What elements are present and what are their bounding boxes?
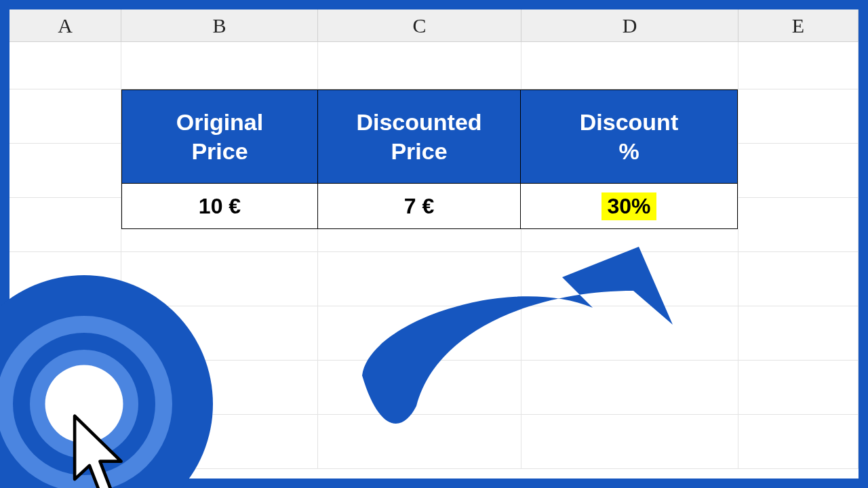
- cell[interactable]: [738, 89, 859, 143]
- cell[interactable]: [318, 361, 521, 414]
- cell[interactable]: [9, 89, 121, 143]
- cell[interactable]: [738, 306, 859, 360]
- highlighted-value: 30%: [601, 192, 656, 220]
- table-header-discount-percent[interactable]: Discount %: [521, 90, 737, 184]
- discount-table: Original Price Discounted Price Discount…: [121, 89, 738, 229]
- cell[interactable]: [738, 144, 859, 197]
- cell-original-price[interactable]: 10 €: [122, 184, 318, 228]
- cell[interactable]: [9, 42, 121, 89]
- target-logo-icon: [0, 275, 213, 488]
- spreadsheet-viewport: A B C D E: [9, 9, 859, 479]
- table-header-discounted-price[interactable]: Discounted Price: [318, 90, 521, 184]
- table-header-original-price[interactable]: Original Price: [122, 90, 318, 184]
- cell[interactable]: [738, 42, 859, 89]
- col-header-E[interactable]: E: [738, 9, 859, 41]
- cell[interactable]: [738, 198, 859, 251]
- col-header-B[interactable]: B: [121, 9, 318, 41]
- cell[interactable]: [318, 306, 521, 360]
- cell[interactable]: [121, 42, 318, 89]
- grid-row: [9, 42, 859, 89]
- cell-discounted-price[interactable]: 7 €: [318, 184, 521, 228]
- col-header-A[interactable]: A: [9, 9, 121, 41]
- cell[interactable]: [318, 415, 521, 468]
- cell[interactable]: [521, 306, 738, 360]
- cell[interactable]: [521, 42, 738, 89]
- col-header-C[interactable]: C: [318, 9, 521, 41]
- cell[interactable]: [9, 144, 121, 197]
- cursor-arrow-icon: [64, 411, 138, 488]
- col-header-D[interactable]: D: [521, 9, 738, 41]
- cell[interactable]: [9, 198, 121, 251]
- column-header-row: A B C D E: [9, 9, 859, 42]
- cell[interactable]: [738, 361, 859, 414]
- cell[interactable]: [521, 361, 738, 414]
- cell[interactable]: [521, 252, 738, 306]
- cell[interactable]: [738, 415, 859, 468]
- cell[interactable]: [738, 252, 859, 306]
- cell-discount-percent[interactable]: 30%: [521, 184, 737, 228]
- cell[interactable]: [318, 252, 521, 306]
- cell[interactable]: [521, 415, 738, 468]
- cell[interactable]: [318, 42, 521, 89]
